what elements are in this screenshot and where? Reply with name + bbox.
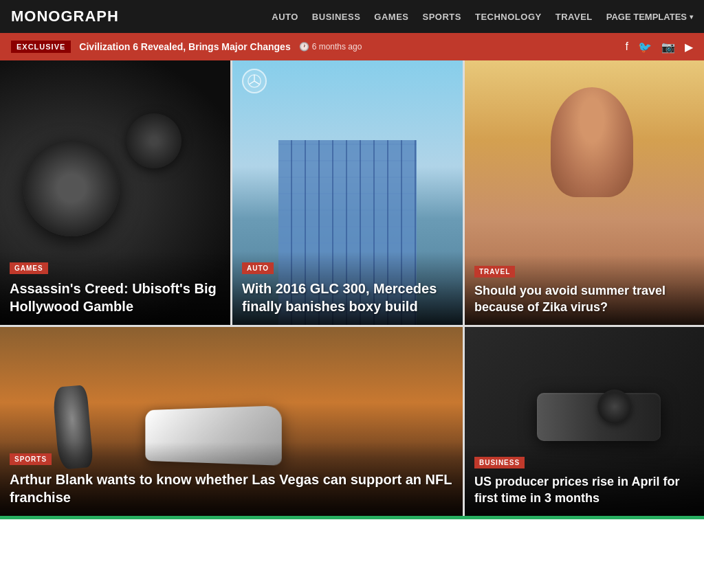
main-nav: AUTO BUSINESS GAMES SPORTS TECHNOLOGY TR… [272,12,693,22]
social-icons: f 🐦 📷 ▶ [626,41,693,54]
card-title: With 2016 GLC 300, Mercedes finally bani… [242,280,453,315]
instagram-icon[interactable]: 📷 [661,41,675,54]
card-title: Assassin's Creed: Ubisoft's Big Hollywoo… [10,280,221,315]
exclusive-badge: EXCLUSIVE [11,41,71,53]
facebook-icon[interactable]: f [626,41,628,53]
breaking-title[interactable]: Civilization 6 Revealed, Brings Major Ch… [79,41,290,52]
card-overlay: AUTO With 2016 GLC 300, Mercedes finally… [232,251,463,325]
logo: MONOGRAPH [11,8,119,25]
card-overlay: TRAVEL Should you avoid summer travel be… [465,255,704,325]
breaking-time-text: 6 months ago [312,42,362,52]
card-title: Should you avoid summer travel because o… [474,283,696,315]
nav-item-sports[interactable]: SPORTS [423,12,461,22]
card-overlay: BUSINESS US producer prices rise in Apri… [465,446,704,516]
travel-card[interactable]: TRAVEL Should you avoid summer travel be… [465,60,704,325]
nav-item-auto[interactable]: AUTO [272,12,298,22]
breaking-left: EXCLUSIVE Civilization 6 Revealed, Bring… [11,41,362,53]
card-overlay: GAMES Assassin's Creed: Ubisoft's Big Ho… [0,251,230,325]
site-header: MONOGRAPH AUTO BUSINESS GAMES SPORTS TEC… [0,0,704,33]
breaking-time: 🕐 6 months ago [299,42,362,52]
youtube-icon[interactable]: ▶ [685,41,693,54]
twitter-icon[interactable]: 🐦 [638,41,652,54]
nav-item-technology[interactable]: TECHNOLOGY [475,12,542,22]
breaking-news-bar: EXCLUSIVE Civilization 6 Revealed, Bring… [0,33,704,60]
category-badge: AUTO [242,262,274,274]
nav-item-games[interactable]: GAMES [374,12,408,22]
category-badge: TRAVEL [474,266,515,278]
card-title: US producer prices rise in April for fir… [474,474,696,506]
clock-icon: 🕐 [299,42,309,52]
category-badge: GAMES [10,262,48,274]
business-card[interactable]: BUSINESS US producer prices rise in Apri… [465,327,704,516]
auto-card[interactable]: AUTO With 2016 GLC 300, Mercedes finally… [232,60,463,325]
games-card[interactable]: GAMES Assassin's Creed: Ubisoft's Big Ho… [0,60,230,325]
nav-item-business[interactable]: BUSINESS [312,12,360,22]
card-overlay: SPORTS Arthur Blank wants to know whethe… [0,442,463,516]
category-badge: SPORTS [10,453,52,465]
chevron-down-icon: ▾ [690,13,693,21]
main-grid: GAMES Assassin's Creed: Ubisoft's Big Ho… [0,60,704,516]
green-bar [0,516,704,519]
sports-card[interactable]: SPORTS Arthur Blank wants to know whethe… [0,327,463,516]
mercedes-logo [242,69,267,93]
category-badge: BUSINESS [474,457,525,468]
nav-item-page-templates[interactable]: PAGE TEMPLATES ▾ [606,12,693,22]
nav-item-travel[interactable]: TRAVEL [556,12,593,22]
card-title: Arthur Blank wants to know whether Las V… [10,471,453,506]
